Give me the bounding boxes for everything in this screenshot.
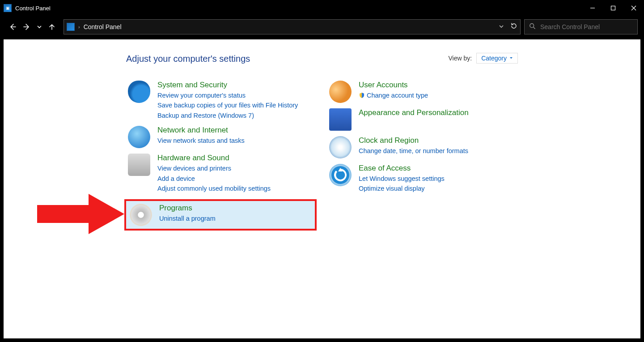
control-panel-icon <box>67 23 75 31</box>
category-ease-of-access[interactable]: Ease of Access Let Windows suggest setti… <box>326 161 518 197</box>
shield-icon <box>128 81 150 103</box>
category-programs[interactable]: Programs Uninstall a program <box>124 199 317 231</box>
link-uninstall-program[interactable]: Uninstall a program <box>159 214 216 223</box>
view-by-dropdown[interactable]: Category <box>476 53 518 64</box>
category-network-internet[interactable]: Network and Internet View network status… <box>124 123 317 151</box>
recent-locations-button[interactable] <box>35 21 44 33</box>
category-user-accounts[interactable]: User Accounts Change account type <box>326 78 518 106</box>
content-area: Adjust your computer's settings View by:… <box>4 39 640 338</box>
svg-rect-1 <box>611 6 615 10</box>
ease-of-access-icon <box>329 164 352 186</box>
printer-icon <box>128 154 150 176</box>
address-dropdown-icon[interactable] <box>499 23 504 31</box>
link-devices-printers[interactable]: View devices and printers <box>157 163 271 173</box>
category-title[interactable]: Ease of Access <box>359 164 445 173</box>
titlebar: ▣ Control Panel <box>0 0 644 16</box>
disc-icon <box>130 204 152 226</box>
category-title[interactable]: User Accounts <box>359 81 428 90</box>
control-panel-icon: ▣ <box>4 4 12 12</box>
link-file-history[interactable]: Save backup copies of your files with Fi… <box>157 100 298 110</box>
svg-line-5 <box>534 27 535 29</box>
clock-icon <box>329 136 352 158</box>
search-input[interactable] <box>540 23 633 30</box>
link-add-device[interactable]: Add a device <box>157 174 271 184</box>
category-title[interactable]: Hardware and Sound <box>157 154 271 162</box>
category-title[interactable]: Programs <box>159 204 216 213</box>
user-accounts-icon <box>329 81 352 103</box>
link-windows-suggest[interactable]: Let Windows suggest settings <box>359 174 445 184</box>
link-mobility-settings[interactable]: Adjust commonly used mobility settings <box>157 184 271 193</box>
arrow-annotation-icon <box>37 192 124 238</box>
view-by-label: View by: <box>449 55 472 62</box>
link-backup-restore[interactable]: Backup and Restore (Windows 7) <box>157 111 298 120</box>
monitor-icon <box>329 108 352 131</box>
back-button[interactable] <box>6 21 19 33</box>
category-title[interactable]: Clock and Region <box>359 136 468 145</box>
category-appearance[interactable]: Appearance and Personalization <box>326 106 518 133</box>
toolbar: › Control Panel <box>0 16 644 38</box>
category-title[interactable]: Appearance and Personalization <box>359 108 469 117</box>
forward-button[interactable] <box>21 21 33 33</box>
category-system-security[interactable]: System and Security Review your computer… <box>124 78 317 123</box>
uac-shield-icon <box>359 92 365 98</box>
search-box[interactable] <box>524 19 638 34</box>
search-icon <box>529 23 536 31</box>
up-button[interactable] <box>46 21 58 33</box>
link-review-status[interactable]: Review your computer's status <box>157 90 298 100</box>
globe-icon <box>128 126 150 148</box>
category-title[interactable]: System and Security <box>157 81 298 90</box>
link-optimize-display[interactable]: Optimize visual display <box>359 184 445 193</box>
refresh-button[interactable] <box>510 22 517 31</box>
link-network-status[interactable]: View network status and tasks <box>157 136 245 145</box>
close-button[interactable] <box>623 0 644 16</box>
page-title: Adjust your computer's settings <box>126 54 250 64</box>
maximize-button[interactable] <box>603 0 623 16</box>
view-by: View by: Category <box>449 53 518 64</box>
breadcrumb[interactable]: Control Panel <box>84 23 122 30</box>
breadcrumb-separator-icon: › <box>78 24 80 30</box>
category-hardware-sound[interactable]: Hardware and Sound View devices and prin… <box>124 151 317 196</box>
category-clock-region[interactable]: Clock and Region Change date, time, or n… <box>326 133 518 161</box>
window-controls <box>582 0 644 16</box>
category-title[interactable]: Network and Internet <box>157 126 245 135</box>
svg-marker-6 <box>37 194 124 234</box>
chevron-down-icon <box>509 56 513 60</box>
address-bar[interactable]: › Control Panel <box>64 19 521 34</box>
link-date-time-formats[interactable]: Change date, time, or number formats <box>359 146 468 156</box>
minimize-button[interactable] <box>582 0 603 16</box>
link-change-account-type[interactable]: Change account type <box>359 90 428 100</box>
window-title: Control Panel <box>15 5 51 12</box>
svg-point-4 <box>530 23 534 27</box>
view-by-value: Category <box>481 55 507 62</box>
